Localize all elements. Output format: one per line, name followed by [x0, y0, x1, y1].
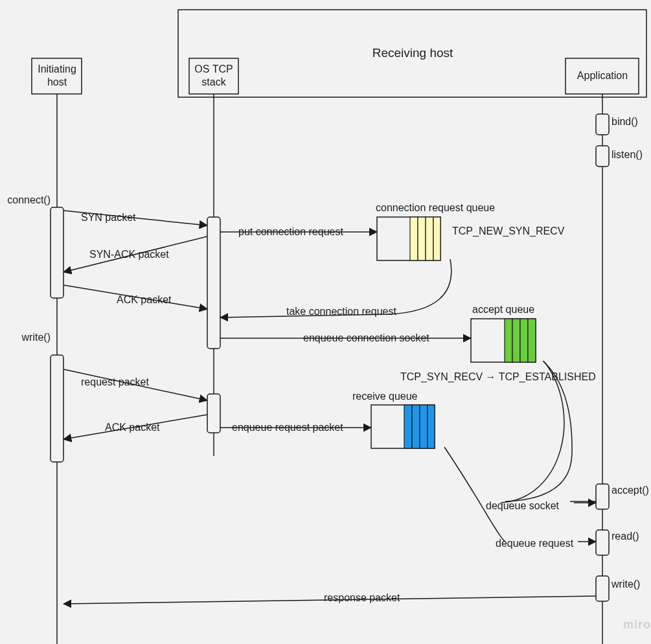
accept-queue-slot-4 — [528, 319, 536, 362]
write-client-label: write() — [21, 332, 51, 343]
accept-queue-slot-1 — [505, 319, 512, 362]
connect-label: connect() — [7, 194, 51, 205]
read-activation — [596, 530, 609, 555]
bind-activation — [596, 114, 609, 135]
receive-queue-slot-4 — [428, 405, 435, 448]
response-label: response packet — [324, 592, 400, 603]
conn-queue-label: connection request queue — [376, 202, 495, 213]
state-transition-label: TCP_SYN_RECV → TCP_ESTABLISHED — [400, 371, 596, 383]
synack-label: SYN-ACK packet — [89, 249, 169, 260]
receive-queue-label: receive queue — [352, 391, 418, 402]
receiving-host-title: Receiving host — [372, 46, 453, 60]
take-conn-label: take connection request — [286, 306, 396, 317]
dequeue-request-label: dequeue request — [496, 538, 574, 549]
dequeue-request-curve — [444, 447, 505, 542]
listen-activation — [596, 146, 609, 167]
dequeue-socket-label: dequeue socket — [486, 500, 560, 511]
receive-queue-slot-1 — [404, 405, 412, 448]
dequeue-socket-curve — [501, 362, 564, 503]
accept-queue-label: accept queue — [472, 304, 534, 315]
receive-queue-slot-2 — [412, 405, 420, 448]
accept-activation — [596, 484, 609, 509]
syn-label: SYN packet — [81, 212, 136, 223]
listen-label: listen() — [611, 149, 643, 160]
ack-packet-2-label: ACK packet — [105, 422, 160, 433]
receive-queue-slot-3 — [420, 405, 428, 448]
application-label: Application — [577, 70, 628, 81]
conn-queue-slot-4 — [433, 217, 440, 260]
os-tcp-activation-1 — [207, 217, 220, 349]
enqueue-sock-label: enqueue connection socket — [303, 332, 429, 343]
initiating-host-label-1: Initiating — [38, 63, 76, 75]
connect-activation — [51, 207, 63, 298]
ack-label: ACK packet — [117, 294, 172, 305]
conn-queue-slot-2 — [418, 217, 426, 260]
conn-queue-slot-1 — [410, 217, 418, 260]
accept-queue-slot-3 — [520, 319, 528, 362]
initiating-host-label-2: host — [47, 76, 67, 87]
read-label: read() — [611, 531, 639, 542]
os-tcp-label-2: stack — [201, 76, 226, 87]
write-server-activation — [596, 576, 609, 601]
os-tcp-label-1: OS TCP — [194, 63, 233, 75]
bind-label: bind() — [611, 116, 638, 127]
conn-queue-slot-3 — [426, 217, 433, 260]
put-conn-label: put connection request — [238, 226, 343, 237]
write-client-activation — [51, 355, 63, 462]
enqueue-req-label: enqueue request packet — [232, 422, 343, 433]
accept-label: accept() — [611, 485, 649, 496]
write-server-label: write() — [611, 579, 640, 590]
os-tcp-activation-2 — [207, 394, 220, 433]
miro-watermark: miro — [623, 618, 651, 631]
tcp-new-syn-label: TCP_NEW_SYN_RECV — [452, 225, 565, 237]
accept-queue-slot-2 — [512, 319, 520, 362]
req-packet-label: request packet — [81, 376, 150, 387]
